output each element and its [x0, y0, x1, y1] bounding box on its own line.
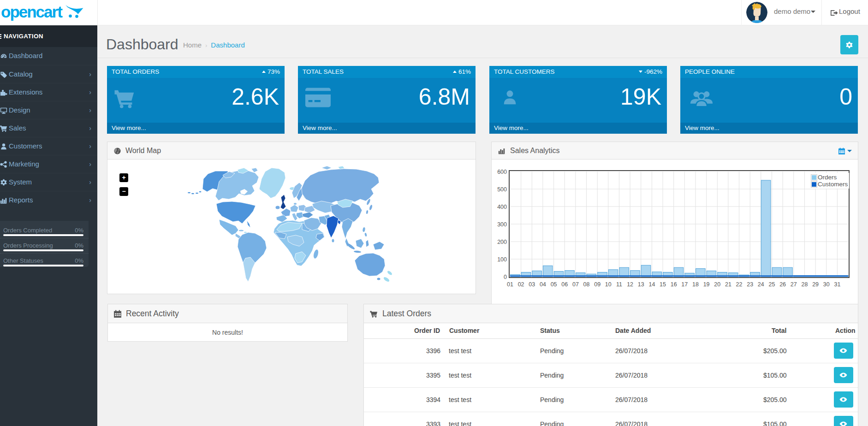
svg-text:03: 03 [529, 281, 535, 288]
svg-text:400: 400 [497, 204, 507, 210]
svg-text:16: 16 [671, 281, 677, 288]
svg-text:19: 19 [703, 281, 710, 288]
svg-text:06: 06 [561, 281, 568, 288]
svg-text:24: 24 [758, 281, 764, 288]
svg-text:02: 02 [518, 281, 524, 288]
svg-text:08: 08 [583, 281, 590, 288]
svg-text:500: 500 [497, 186, 507, 193]
svg-text:09: 09 [594, 281, 600, 288]
svg-text:10: 10 [605, 281, 612, 288]
svg-text:20: 20 [714, 281, 720, 288]
svg-text:31: 31 [834, 281, 840, 288]
svg-text:29: 29 [812, 281, 819, 288]
svg-text:04: 04 [540, 281, 546, 288]
svg-text:17: 17 [681, 281, 688, 288]
svg-text:300: 300 [497, 221, 507, 228]
svg-text:18: 18 [692, 281, 699, 288]
svg-text:28: 28 [801, 281, 808, 288]
svg-text:26: 26 [779, 281, 786, 288]
svg-text:07: 07 [572, 281, 579, 288]
svg-text:05: 05 [551, 281, 557, 288]
svg-text:100: 100 [497, 256, 507, 263]
svg-text:27: 27 [791, 281, 797, 288]
svg-text:600: 600 [497, 169, 507, 175]
svg-text:21: 21 [725, 281, 731, 288]
svg-text:200: 200 [497, 239, 507, 245]
svg-text:14: 14 [648, 281, 655, 288]
svg-text:25: 25 [769, 281, 775, 288]
svg-text:01: 01 [507, 281, 513, 288]
svg-text:23: 23 [747, 281, 753, 288]
svg-text:0: 0 [504, 274, 507, 280]
svg-text:opencart: opencart [1, 3, 63, 21]
svg-text:30: 30 [823, 281, 830, 288]
svg-text:22: 22 [736, 281, 743, 288]
svg-text:13: 13 [638, 281, 644, 288]
svg-text:11: 11 [616, 281, 622, 288]
svg-text:12: 12 [627, 281, 633, 288]
svg-text:15: 15 [660, 281, 666, 288]
